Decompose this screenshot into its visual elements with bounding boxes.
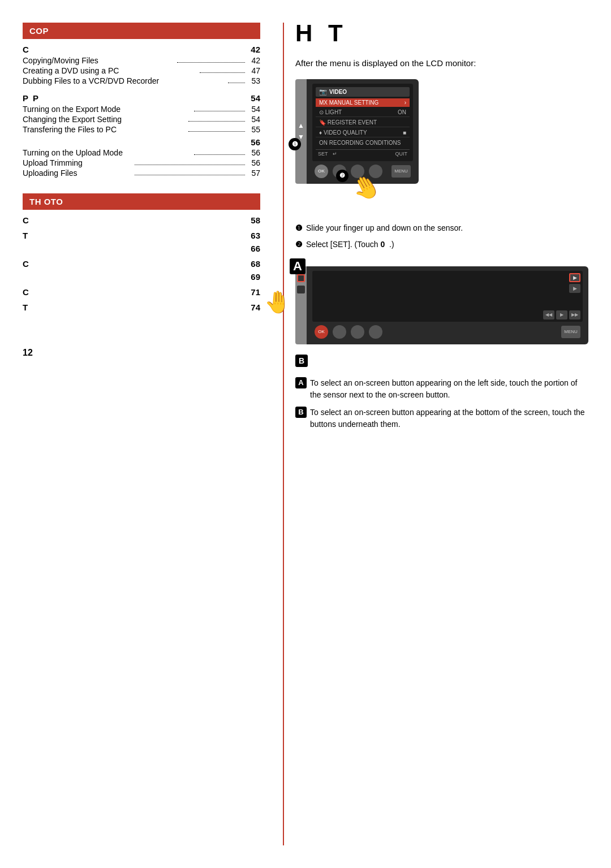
camera-body-1: 📷 VIDEO MX MANUAL SETTING › ⊙ LIGHT ON [307, 79, 419, 184]
toc-entry-dvd: Creating a DVD using a PC 47 [23, 66, 260, 75]
label-b-badge: B [295, 355, 308, 367]
toc-entry-dvd-title: Creating a DVD using a PC [23, 66, 199, 75]
step2-note: ❷ Select [SET]. (Touch 0 .) [295, 239, 588, 251]
toc-entry-transfer-page: 55 [246, 125, 260, 134]
label-b-desc: B To select an on-screen button appearin… [295, 407, 588, 430]
label-a-desc: A To select an on-screen button appearin… [295, 377, 588, 401]
cam-btn-4 [333, 325, 346, 339]
thoto-c3-label: C [23, 287, 29, 297]
page-title: H T [295, 20, 588, 47]
intro-text: After the menu is displayed on the LCD m… [295, 57, 588, 70]
toc-entry-uploading: Uploading Files 57 [23, 169, 260, 178]
menu-footer-quit: QUIT [395, 151, 408, 157]
pb-ff: ▶▶ [569, 310, 580, 319]
scroll-sensor-2 [295, 266, 307, 344]
pp-category: P P 54 [23, 93, 260, 103]
thoto-t1-label: T [23, 231, 28, 240]
upload-page-num: 56 [23, 137, 260, 147]
finger-2-wrap: ❷ 🤚 [352, 174, 380, 201]
toc-entry-export-setting: Changing the Export Setting 54 [23, 115, 260, 124]
toc-entry-transfer-title: Transfering the Files to PC [23, 125, 187, 134]
pp-page: 54 [251, 93, 260, 103]
step1-note: ❶ Slide your finger up and down on the s… [295, 222, 588, 234]
thoto-t1-page: 63 [251, 231, 260, 240]
scroll-sensor: ▲ ▼ [295, 79, 307, 184]
cop-category-c: C 42 [23, 45, 260, 54]
menu-item-quality-label: ♦ VIDEO QUALITY [319, 129, 367, 136]
video-cam-icon: 📷 [319, 88, 327, 96]
pp-label: P P [23, 93, 38, 103]
thoto-t1: T 63 [23, 231, 260, 240]
page-number: 12 [23, 348, 33, 357]
step1-icon: ❶ [295, 222, 303, 234]
toc-entry-upload-on: Turning on the Upload Mode 56 [23, 148, 260, 157]
finger-icon-2: 🤚 [264, 290, 291, 314]
toc-entry-dubbing-title: Dubbing Files to a VCR/DVD Recorder [23, 76, 227, 85]
ok-button[interactable]: OK [315, 165, 328, 178]
menu-button-2[interactable]: MENU [561, 326, 580, 338]
thoto-t2-label: T [23, 303, 28, 312]
toc-entry-export-on-title: Turning on the Export Mode [23, 105, 193, 114]
cop-c-label: C [23, 45, 29, 54]
toc-entry-export-on: Turning on the Export Mode 54 [23, 105, 260, 114]
menu-item-manual: MX MANUAL SETTING › [316, 98, 410, 107]
toc-entry-upload-trim: Upload Trimming 56 [23, 158, 260, 167]
toc-entry-dubbing: Dubbing Files to a VCR/DVD Recorder 53 [23, 76, 260, 85]
menu-footer: SET ↵ QUIT [316, 149, 410, 158]
finger-icon-1: 🤚 [347, 169, 385, 206]
toc-entry-transfer: Transfering the Files to PC 55 [23, 125, 260, 134]
cop-c-page: 42 [251, 45, 260, 54]
menu-item-light-label: ⊙ LIGHT [319, 109, 342, 115]
cop-header: COP [23, 23, 260, 39]
thoto-c1: C 58 [23, 215, 260, 225]
thoto-section: TH OTO C 58 T 63 66 C 68 69 C 71 T 74 [23, 193, 260, 312]
toc-entry-copying-title: Copying/Moving Files [23, 56, 176, 65]
thoto-t2: T 74 [23, 303, 260, 312]
menu-item-quality-value: ■ [403, 129, 406, 136]
menu-bar: 📷 VIDEO [316, 87, 410, 97]
toc-entry-export-setting-page: 54 [246, 115, 260, 124]
menu-footer-back: ↵ [333, 151, 337, 157]
pb-icon-2: ▶ [569, 284, 580, 293]
menu-item-recording-label: ON RECORDING CONDITIONS [319, 140, 401, 146]
toc-entry-export-setting-title: Changing the Export Setting [23, 115, 187, 124]
ok-button-2[interactable]: OK [315, 325, 328, 339]
thoto-c2: C 68 [23, 259, 260, 269]
left-column: COP C 42 Copying/Moving Files 42 Creatin… [23, 23, 283, 845]
toc-entry-dubbing-page: 53 [246, 76, 260, 85]
spacer-2 [295, 255, 588, 266]
camera-diagram-1: ❶ ▲ ▼ 📷 VIDEO [295, 79, 588, 184]
menu-footer-set: SET [318, 151, 328, 157]
label-a-badge-inline: A [295, 377, 307, 388]
cop-section: C 42 Copying/Moving Files 42 Creating a … [23, 45, 260, 178]
camera-body-2: ▶ ▶ ◀◀ ▶ ▶▶ OK ME [307, 266, 588, 344]
playback-controls-row: ◀◀ ▶ ▶▶ [543, 310, 580, 319]
label-a-text: To select an on-screen button appearing … [310, 377, 588, 401]
toc-entry-copying-page: 42 [246, 56, 260, 65]
menu-item-register: 🔖 REGISTER EVENT [316, 118, 410, 127]
menu-button[interactable]: MENU [391, 165, 411, 178]
label-a-badge: A [290, 258, 306, 274]
playback-icons: ▶ ▶ [569, 273, 580, 293]
toc-entry-upload-on-page: 56 [246, 148, 260, 157]
thoto-66: 66 [23, 244, 260, 253]
sensor-icon-2 [297, 286, 305, 293]
label-b-badge-inline: B [295, 407, 307, 418]
step2-circle: ❷ [336, 170, 348, 182]
camera-screen-2: ▶ ▶ ◀◀ ▶ ▶▶ [312, 271, 583, 322]
page: COP C 42 Copying/Moving Files 42 Creatin… [0, 0, 611, 868]
thoto-t2-page: 74 [251, 303, 260, 312]
label-b-text: To select an on-screen button appearing … [310, 407, 588, 430]
toc-entry-copying: Copying/Moving Files 42 [23, 56, 260, 65]
step1-text: Slide your finger up and down on the sen… [306, 222, 463, 234]
menu-item-quality: ♦ VIDEO QUALITY ■ [316, 128, 410, 137]
thoto-c3-page: 71 [251, 287, 260, 297]
finger-icon-wrap: 🤚 [264, 290, 291, 314]
thoto-c3: C 71 [23, 287, 260, 297]
toc-entry-uploading-title: Uploading Files [23, 169, 134, 178]
step1-circle: ❶ [289, 138, 301, 150]
menu-item-light: ⊙ LIGHT ON [316, 108, 410, 117]
thoto-c2-page: 68 [251, 259, 260, 269]
menu-item-recording: ON RECORDING CONDITIONS [316, 139, 410, 147]
video-label: VIDEO [329, 89, 347, 95]
